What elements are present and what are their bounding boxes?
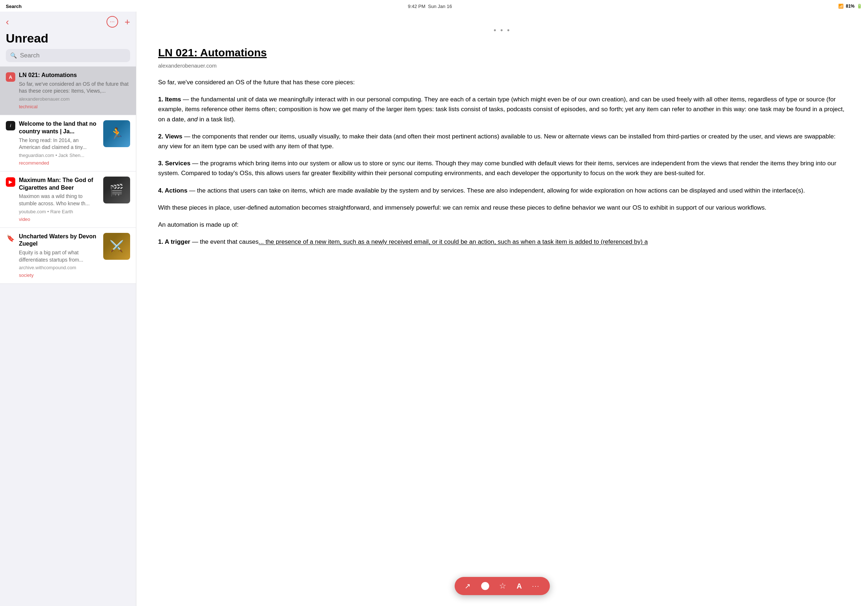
detail-intro: So far, we've considered an OS of the fu… bbox=[158, 77, 846, 87]
battery-label: 81% bbox=[846, 4, 854, 9]
status-time: 9:42 PM Sun Jan 16 bbox=[408, 4, 452, 9]
article-preview-archive: Equity is a big part of what differentia… bbox=[19, 249, 99, 263]
detail-body: So far, we've considered an OS of the fu… bbox=[158, 77, 846, 247]
detail-para-6: An automation is made up of: bbox=[158, 220, 846, 230]
more-options-button[interactable]: ··· bbox=[107, 16, 118, 28]
wifi-icon: 📶 bbox=[838, 4, 844, 9]
detail-para-4: 4. Actions — the actions that users can … bbox=[158, 186, 846, 195]
article-content-guardian: Welcome to the land that no country want… bbox=[19, 120, 99, 166]
detail-pane: • • • LN 021: Automations alexanderobena… bbox=[136, 12, 868, 606]
article-source-archive: archive.withcompound.com bbox=[19, 265, 99, 270]
search-bar[interactable]: 🔍 bbox=[6, 49, 130, 62]
search-icon: 🔍 bbox=[10, 52, 17, 59]
article-tag-ln021: technical bbox=[19, 104, 37, 109]
detail-dots: • • • bbox=[158, 26, 846, 34]
detail-para-5: With these pieces in place, user-defined… bbox=[158, 203, 846, 213]
article-source-youtube: youtube.com • Rare Earth bbox=[19, 209, 99, 214]
article-title-ln021: LN 021: Automations bbox=[19, 71, 130, 79]
article-thumbnail-guardian bbox=[103, 120, 130, 147]
more-toolbar-button[interactable]: ··· bbox=[532, 582, 540, 590]
detail-title: LN 021: Automations bbox=[158, 45, 846, 60]
article-list: A LN 021: Automations So far, we've cons… bbox=[0, 66, 136, 606]
article-source-guardian: theguardian.com • Jack Shen... bbox=[19, 153, 99, 158]
article-content-archive: Uncharted Waters by Devon Zuegel Equity … bbox=[19, 233, 99, 279]
article-content-ln021: LN 021: Automations So far, we've consid… bbox=[19, 71, 130, 110]
detail-para-3: 3. Services — the programs which bring i… bbox=[158, 158, 846, 178]
article-item-youtube[interactable]: ▶ Maximum Man: The God of Cigarettes and… bbox=[0, 172, 136, 228]
article-item-ln021[interactable]: A LN 021: Automations So far, we've cons… bbox=[0, 66, 136, 115]
article-icon-guardian: i bbox=[6, 121, 15, 130]
article-item-archive[interactable]: 🔖 Uncharted Waters by Devon Zuegel Equit… bbox=[0, 228, 136, 284]
article-preview-youtube: Maximon was a wild thing to stumble acro… bbox=[19, 193, 99, 207]
article-tag-guardian: recommended bbox=[19, 160, 49, 166]
search-input[interactable] bbox=[20, 52, 126, 59]
article-thumbnail-youtube bbox=[103, 176, 130, 204]
article-preview-guardian: The long read: In 2014, an American dad … bbox=[19, 137, 99, 151]
status-left: Search bbox=[6, 4, 22, 9]
detail-para-1: 1. Items — the fundamental unit of data … bbox=[158, 94, 846, 124]
article-preview-ln021: So far, we've considered an OS of the fu… bbox=[19, 80, 130, 95]
status-right: 📶 81% 🔋 bbox=[838, 4, 862, 9]
sidebar: ‹ ··· + Unread 🔍 A LN 021: Automations S… bbox=[0, 12, 136, 606]
article-item-guardian[interactable]: i Welcome to the land that no country wa… bbox=[0, 115, 136, 172]
detail-para-7: 1. A trigger — the event that causes... … bbox=[158, 237, 846, 247]
article-tag-archive: society bbox=[19, 272, 33, 278]
detail-para-2: 2. Views — the components that render ou… bbox=[158, 131, 846, 151]
article-content-youtube: Maximum Man: The God of Cigarettes and B… bbox=[19, 176, 99, 223]
add-button[interactable]: + bbox=[125, 16, 130, 28]
status-bar: Search 9:42 PM Sun Jan 16 📶 81% 🔋 bbox=[0, 0, 868, 12]
font-button[interactable]: A bbox=[516, 582, 522, 591]
sidebar-header: ‹ ··· + bbox=[0, 12, 136, 31]
carrier-label: Search bbox=[6, 4, 22, 9]
back-button[interactable]: ‹ bbox=[6, 16, 9, 28]
article-icon-youtube: ▶ bbox=[6, 177, 15, 187]
article-title-guardian: Welcome to the land that no country want… bbox=[19, 120, 99, 136]
article-thumbnail-archive bbox=[103, 233, 130, 260]
article-source-ln021: alexanderobenauer.com bbox=[19, 96, 130, 102]
floating-toolbar: ↗ ☆ A ··· bbox=[454, 577, 550, 595]
detail-source: alexanderobenauer.com bbox=[158, 62, 846, 69]
sidebar-actions: ··· + bbox=[107, 16, 130, 28]
article-title-archive: Uncharted Waters by Devon Zuegel bbox=[19, 233, 99, 248]
article-icon-archive: 🔖 bbox=[6, 233, 15, 243]
battery-icon: 🔋 bbox=[857, 4, 862, 9]
star-button[interactable]: ☆ bbox=[499, 581, 506, 591]
article-title-youtube: Maximum Man: The God of Cigarettes and B… bbox=[19, 176, 99, 192]
circle-button[interactable] bbox=[481, 582, 489, 590]
article-icon-ln021: A bbox=[6, 72, 15, 82]
app-container: ‹ ··· + Unread 🔍 A LN 021: Automations S… bbox=[0, 12, 868, 606]
sidebar-title: Unread bbox=[0, 31, 136, 49]
article-tag-youtube: video bbox=[19, 216, 30, 222]
share-button[interactable]: ↗ bbox=[465, 582, 471, 591]
